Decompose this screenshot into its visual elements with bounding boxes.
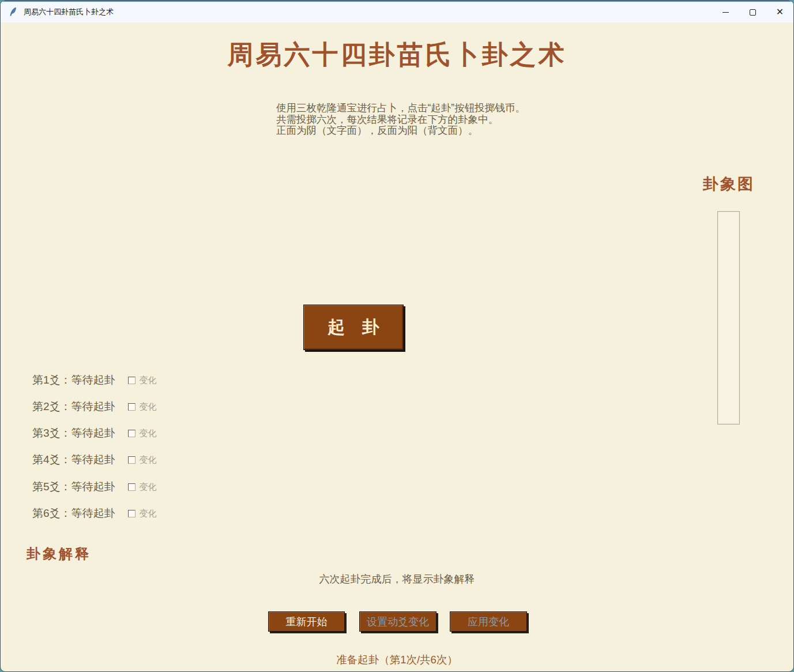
line-4-change-label: 变化 (140, 455, 157, 465)
line-4-change-group: 变化 (128, 455, 157, 465)
set-moving-lines-button[interactable]: 设置动爻变化 (359, 611, 436, 632)
line-6-label: 第6爻：等待起卦 (32, 506, 115, 521)
titlebar: 周易六十四卦苗氏卜卦之术 ✕ (1, 1, 793, 22)
line-5-change-group: 变化 (128, 482, 157, 493)
line-2-change-label: 变化 (140, 401, 157, 412)
close-button[interactable]: ✕ (766, 2, 793, 22)
line-6-change-group: 变化 (128, 508, 157, 519)
line-4-label: 第4爻：等待起卦 (32, 452, 115, 467)
line-3-change-group: 变化 (128, 428, 157, 439)
close-icon: ✕ (776, 7, 784, 17)
interpretation-placeholder: 六次起卦完成后，将显示卦象解释 (1, 572, 793, 586)
window-controls: ✕ (712, 2, 793, 22)
status-text: 准备起卦（第1次/共6次） (1, 652, 793, 667)
line-5-change-label: 变化 (140, 482, 157, 493)
line-1-change-label: 变化 (140, 375, 157, 386)
line-3-change-checkbox[interactable] (128, 430, 136, 437)
line-3-change-label: 变化 (140, 428, 157, 439)
line-1-label: 第1爻：等待起卦 (32, 373, 115, 388)
maximize-icon (750, 9, 756, 16)
line-row-3: 第3爻：等待起卦 变化 (32, 426, 157, 441)
maximize-button[interactable] (739, 2, 766, 22)
line-4-change-checkbox[interactable] (128, 456, 136, 464)
apply-changes-button[interactable]: 应用变化 (450, 611, 527, 632)
hexagram-panel-title: 卦象图 (683, 174, 775, 194)
minimize-icon (722, 12, 729, 13)
line-5-label: 第5爻：等待起卦 (32, 479, 115, 494)
line-5-change-checkbox[interactable] (128, 483, 136, 491)
line-row-6: 第6爻：等待起卦 变化 (32, 506, 157, 521)
main-area: 周易六十四卦苗氏卜卦之术 使用三枚乾隆通宝进行占卜，点击“起卦”按钮投掷钱币。 … (1, 24, 793, 671)
line-1-change-checkbox[interactable] (128, 377, 136, 384)
line-2-change-group: 变化 (128, 401, 157, 412)
page-title: 周易六十四卦苗氏卜卦之术 (1, 37, 793, 72)
line-row-1: 第1爻：等待起卦 变化 (32, 373, 157, 388)
window-title: 周易六十四卦苗氏卜卦之术 (24, 7, 114, 17)
cast-hexagram-button[interactable]: 起 卦 (303, 305, 404, 350)
line-row-2: 第2爻：等待起卦 变化 (32, 399, 157, 414)
line-6-change-checkbox[interactable] (128, 510, 136, 517)
line-1-change-group: 变化 (128, 375, 157, 386)
line-row-5: 第5爻：等待起卦 变化 (32, 479, 157, 494)
instructions-text: 使用三枚乾隆通宝进行占卜，点击“起卦”按钮投掷钱币。 共需投掷六次，每次结果将记… (276, 103, 525, 137)
hexagram-canvas (717, 211, 740, 425)
line-row-4: 第4爻：等待起卦 变化 (32, 452, 157, 467)
app-window: 周易六十四卦苗氏卜卦之术 ✕ 周易六十四卦苗氏卜卦之术 使用三枚乾隆通宝进行占卜… (0, 0, 794, 672)
line-2-change-checkbox[interactable] (128, 403, 136, 411)
line-2-label: 第2爻：等待起卦 (32, 399, 115, 414)
minimize-button[interactable] (712, 2, 739, 22)
interpretation-heading: 卦象解释 (27, 545, 91, 563)
line-3-label: 第3爻：等待起卦 (32, 426, 115, 441)
line-6-change-label: 变化 (140, 508, 157, 519)
restart-button[interactable]: 重新开始 (268, 611, 345, 632)
python-feather-icon (8, 7, 18, 17)
